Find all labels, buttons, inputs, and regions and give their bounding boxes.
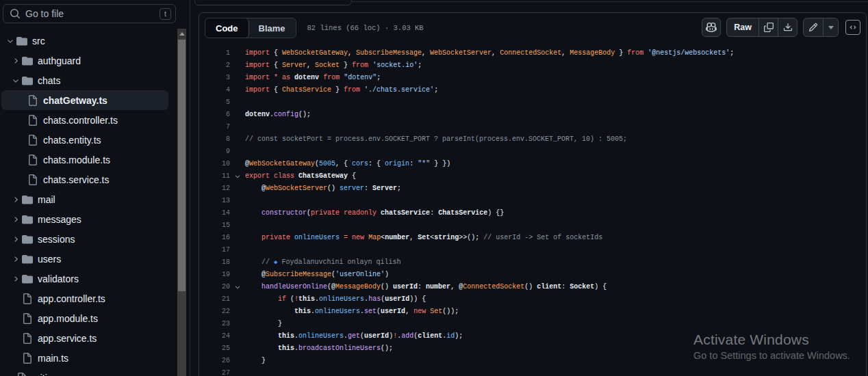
line-number[interactable]: 11: [199, 170, 230, 183]
code-text: }: [245, 318, 282, 330]
fold-spacer: [230, 133, 245, 146]
line-number[interactable]: 26: [199, 355, 230, 367]
scrollbar-thumb[interactable]: [178, 40, 186, 291]
edit-file-button[interactable]: [804, 18, 823, 36]
code-text: import { ChatsService } from './chats.se…: [245, 84, 438, 96]
symbols-panel-button[interactable]: [845, 20, 860, 35]
code-symbols-icon: [849, 23, 857, 31]
tree-item-users[interactable]: users: [1, 249, 168, 269]
code-text: import { Server, Socket } from 'socket.i…: [245, 59, 422, 72]
tree-item-main-ts[interactable]: main.ts: [1, 348, 168, 368]
line-number[interactable]: 9: [199, 146, 230, 158]
line-number[interactable]: 23: [199, 318, 230, 330]
fold-chevron-icon[interactable]: [230, 170, 245, 183]
code-lines: 1import { WebSocketGateway, SubscribeMes…: [199, 43, 866, 376]
line-number[interactable]: 10: [199, 158, 230, 170]
fold-spacer: [230, 244, 245, 256]
pencil-icon: [808, 23, 818, 32]
tree-item-sessions[interactable]: sessions: [1, 229, 168, 249]
line-number[interactable]: 3: [199, 72, 230, 84]
tree-item-validators[interactable]: validators: [1, 269, 168, 288]
header-divider: [351, 1, 868, 2]
line-number[interactable]: 5: [199, 96, 230, 109]
scrollbar-up-arrow[interactable]: [177, 29, 186, 39]
line-number[interactable]: 16: [199, 232, 230, 244]
caret-down-icon: [828, 26, 834, 29]
code-text: constructor(private readonly chatsServic…: [245, 207, 504, 219]
download-button[interactable]: [778, 18, 797, 36]
code-text: dotenv.config();: [245, 109, 311, 121]
fold-spacer: [230, 269, 245, 281]
code-line: 9: [199, 146, 866, 158]
tree-item-label: messages: [38, 214, 81, 225]
line-number[interactable]: 22: [199, 306, 230, 318]
line-number[interactable]: 2: [199, 59, 230, 72]
file-icon: [27, 174, 38, 185]
fold-spacer: [230, 355, 245, 367]
line-number[interactable]: 12: [199, 183, 230, 195]
line-number[interactable]: 17: [199, 244, 230, 256]
tree-item-chats[interactable]: chats: [1, 70, 168, 90]
fold-spacer: [230, 109, 245, 121]
code-text: handleUserOnline(@MessageBody() userId: …: [245, 281, 607, 293]
code-line: 4import { ChatsService } from './chats.s…: [199, 84, 866, 96]
tree-item-authguard[interactable]: authguard: [1, 51, 168, 70]
tab-blame[interactable]: Blame: [248, 18, 296, 38]
tree-item-app-controller-ts[interactable]: app.controller.ts: [1, 288, 168, 308]
code-line: 3import * as dotenv from "dotenv";: [199, 72, 866, 84]
line-number[interactable]: 7: [199, 121, 230, 133]
raw-copy-download-group: Raw: [726, 18, 797, 37]
line-number[interactable]: 13: [199, 195, 230, 207]
tree-item-label: chats.entity.ts: [43, 135, 101, 146]
copilot-button[interactable]: [702, 18, 721, 37]
tree-item-chats-entity-ts[interactable]: chats.entity.ts: [1, 130, 168, 150]
chevron-spacer: [16, 135, 27, 146]
tab-code[interactable]: Code: [205, 18, 249, 38]
chevron-spacer: [16, 174, 27, 185]
up-triangle-icon: [179, 32, 185, 36]
line-number[interactable]: 24: [199, 330, 230, 343]
file-icon: [27, 155, 38, 165]
line-number[interactable]: 6: [199, 109, 230, 121]
chevron-spacer: [10, 293, 21, 304]
code-line: 19 @SubscribeMessage('userOnline'): [199, 269, 866, 281]
tree-item-messages[interactable]: messages: [1, 209, 168, 229]
tree-item-src[interactable]: src: [1, 31, 168, 51]
sidebar-scrollbar[interactable]: [177, 29, 186, 376]
line-number[interactable]: 19: [199, 269, 230, 281]
search-icon: [10, 8, 21, 19]
chevron-down-icon: [5, 36, 16, 46]
code-line: 7: [199, 121, 866, 133]
fold-chevron-icon[interactable]: [230, 281, 245, 293]
tree-item-chats-service-ts[interactable]: chats.service.ts: [1, 170, 168, 189]
line-number[interactable]: 27: [199, 367, 230, 376]
folder-icon: [22, 234, 33, 245]
line-number[interactable]: 8: [199, 133, 230, 146]
line-number[interactable]: 25: [199, 343, 230, 355]
tree-item-app-service-ts[interactable]: app.service.ts: [1, 328, 168, 348]
code-text: @SubscribeMessage('userOnline'): [245, 269, 389, 281]
line-number[interactable]: 4: [199, 84, 230, 96]
line-number[interactable]: 14: [199, 207, 230, 219]
tree-item-app-module-ts[interactable]: app.module.ts: [1, 308, 168, 328]
fold-spacer: [230, 232, 245, 244]
raw-button[interactable]: Raw: [727, 18, 758, 36]
code-line: 25 this.broadcastOnlineUsers();: [199, 343, 866, 355]
tree-item-chats-controller-ts[interactable]: chats.controller.ts: [1, 110, 168, 130]
line-number[interactable]: 20: [199, 281, 230, 293]
edit-dropdown-button[interactable]: [823, 18, 838, 36]
fold-spacer: [230, 96, 245, 109]
copy-raw-button[interactable]: [758, 18, 778, 36]
tree-item-gitignore[interactable]: .gitignore: [1, 368, 168, 376]
header-remnant-box: [194, 0, 352, 5]
go-to-file-button[interactable]: Go to file t: [3, 4, 176, 23]
line-number[interactable]: 1: [199, 47, 230, 59]
line-number[interactable]: 21: [199, 293, 230, 306]
tree-item-chatgetway-ts[interactable]: chatGetway.ts: [1, 90, 168, 110]
line-number[interactable]: 18: [199, 256, 230, 269]
line-number[interactable]: 15: [199, 219, 230, 232]
tree-item-chats-module-ts[interactable]: chats.module.ts: [1, 150, 168, 170]
code-text: this.onlineUsers.set(userId, new Set());: [245, 306, 459, 318]
tree-item-mail[interactable]: mail: [1, 189, 168, 209]
chevron-down-icon: [10, 75, 21, 86]
